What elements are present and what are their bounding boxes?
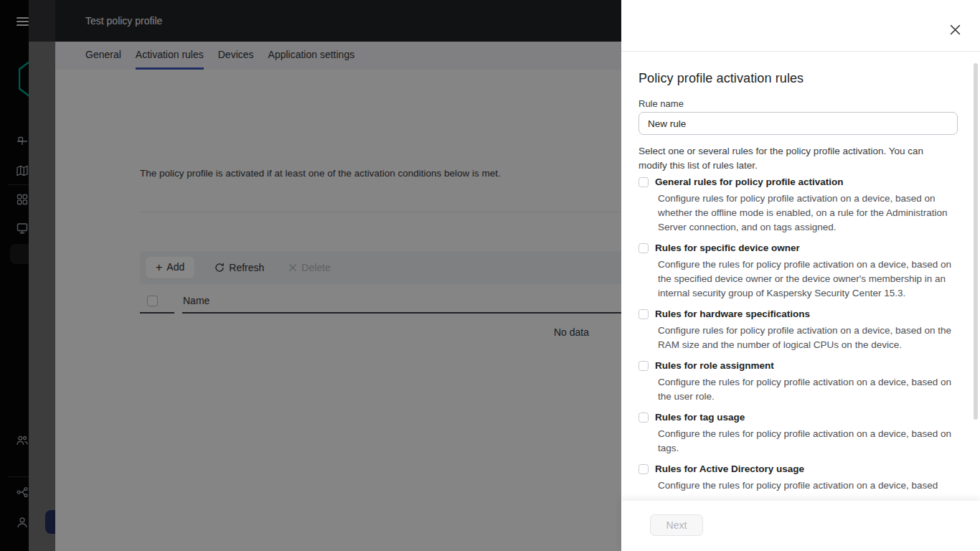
- checkbox[interactable]: [639, 413, 649, 423]
- drawer-intro-text: Select one or several rules for the poli…: [639, 144, 948, 173]
- rule-description: Configure rules for policy profile activ…: [658, 192, 958, 235]
- drawer-title: Policy profile activation rules: [639, 71, 958, 86]
- list-item: Rules for hardware specifications Config…: [639, 307, 958, 352]
- rule-role-row[interactable]: Rules for role assignment: [639, 359, 958, 373]
- rule-hardware-row[interactable]: Rules for hardware specifications: [639, 307, 958, 321]
- rule-name-label: Rule name: [639, 98, 958, 109]
- rule-name-input[interactable]: [639, 112, 958, 135]
- rules-list: General rules for policy profile activat…: [639, 175, 958, 493]
- rule-description: Configure the rules for policy profile a…: [658, 258, 958, 301]
- rule-description: Configure the rules for policy profile a…: [658, 479, 958, 493]
- rule-description: Configure rules for policy profile activ…: [658, 324, 958, 352]
- checkbox[interactable]: [639, 464, 649, 474]
- checkbox[interactable]: [639, 243, 649, 253]
- list-item: Rules for specific device owner Configur…: [639, 241, 958, 301]
- drawer-header: [621, 0, 980, 52]
- list-item: Rules for tag usage Configure the rules …: [639, 410, 958, 456]
- checkbox[interactable]: [639, 361, 649, 371]
- rule-description: Configure the rules for policy profile a…: [658, 427, 958, 456]
- list-item: Rules for role assignment Configure the …: [639, 359, 958, 404]
- list-item: Rules for Active Directory usage Configu…: [639, 462, 958, 493]
- screen: Test policy profile General Activation r…: [0, 0, 980, 551]
- drawer-scrollbar[interactable]: [974, 63, 978, 420]
- close-icon[interactable]: [948, 24, 961, 37]
- next-button[interactable]: Next: [650, 514, 703, 536]
- rule-active-directory-row[interactable]: Rules for Active Directory usage: [639, 462, 958, 476]
- drawer-body: Policy profile activation rules Rule nam…: [621, 52, 980, 501]
- rule-description: Configure the rules for policy profile a…: [658, 375, 958, 404]
- checkbox[interactable]: [639, 177, 649, 187]
- drawer-footer: Next: [621, 501, 980, 551]
- checkbox[interactable]: [639, 309, 649, 319]
- rule-tag-row[interactable]: Rules for tag usage: [639, 410, 958, 425]
- rule-device-owner-row[interactable]: Rules for specific device owner: [639, 241, 958, 255]
- rule-general-row[interactable]: General rules for policy profile activat…: [639, 175, 958, 189]
- list-item: General rules for policy profile activat…: [639, 175, 958, 235]
- activation-rules-drawer: Policy profile activation rules Rule nam…: [621, 0, 980, 551]
